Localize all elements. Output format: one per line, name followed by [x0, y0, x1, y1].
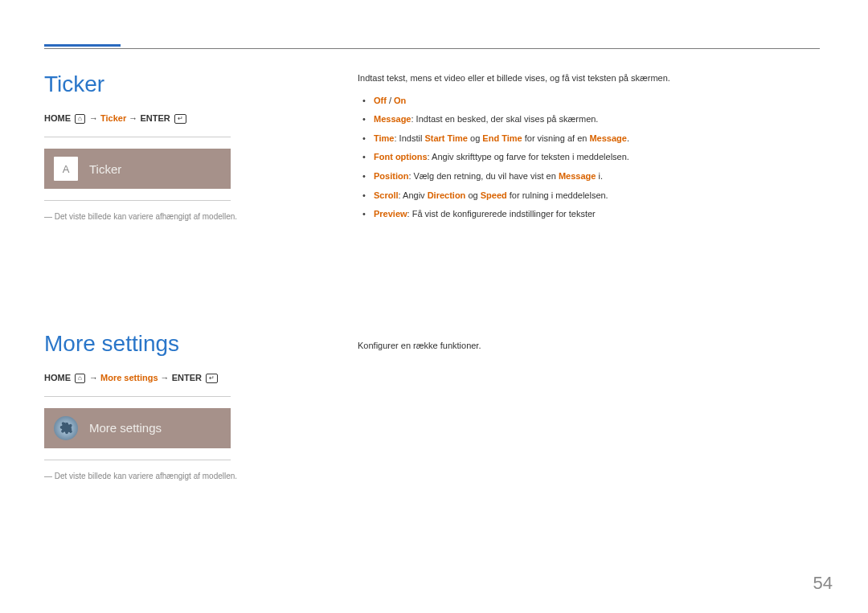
- home-icon: ⌂: [75, 374, 85, 383]
- breadcrumb-ticker: HOME ⌂ → Ticker → ENTER ↵: [44, 113, 326, 124]
- footnote: Det viste billede kan variere afhængigt …: [44, 212, 326, 221]
- list-item: Off / On: [358, 94, 820, 108]
- gear-icon: [54, 416, 78, 440]
- list-item: Preview: Få vist de konfigurerede indsti…: [358, 207, 820, 222]
- tile-more-settings: More settings: [44, 408, 231, 448]
- section-title-more-settings: More settings: [44, 331, 326, 357]
- breadcrumb-arrow: →: [89, 373, 98, 382]
- breadcrumb-current: Ticker: [100, 113, 126, 123]
- tile-ticker: A Ticker: [44, 149, 231, 189]
- breadcrumb-current: More settings: [100, 373, 158, 382]
- list-item: Font options: Angiv skrifttype og farve …: [358, 150, 820, 165]
- page-number: 54: [813, 573, 833, 594]
- list-item: Message: Indtast en besked, der skal vis…: [358, 112, 820, 127]
- intro-text: Indtast tekst, mens et video eller et bi…: [358, 72, 820, 86]
- list-item: Scroll: Angiv Direction og Speed for rul…: [358, 189, 820, 203]
- home-icon: ⌂: [75, 114, 85, 124]
- breadcrumb-arrow: →: [129, 113, 137, 123]
- list-item: Position: Vælg den retning, du vil have …: [358, 170, 820, 184]
- breadcrumb-enter: ENTER: [140, 113, 170, 123]
- enter-icon: ↵: [206, 374, 218, 383]
- breadcrumb-home: HOME: [44, 113, 71, 123]
- tile-icon-a: A: [54, 157, 78, 181]
- breadcrumb-home: HOME: [44, 373, 71, 382]
- tile-label: Ticker: [89, 162, 121, 176]
- enter-icon: ↵: [174, 114, 186, 124]
- breadcrumb-more-settings: HOME ⌂ → More settings → ENTER ↵: [44, 373, 326, 383]
- intro-text: Konfigurer en række funktioner.: [358, 339, 820, 353]
- bullet-list: Off / On Message: Indtast en besked, der…: [358, 94, 820, 222]
- list-item: Time: Indstil Start Time og End Time for…: [358, 132, 820, 146]
- breadcrumb-enter: ENTER: [172, 373, 202, 382]
- footnote: Det viste billede kan variere afhængigt …: [44, 472, 326, 480]
- breadcrumb-arrow: →: [161, 373, 170, 382]
- tile-label: More settings: [89, 421, 162, 435]
- section-title-ticker: Ticker: [44, 72, 326, 97]
- breadcrumb-arrow: →: [89, 113, 98, 123]
